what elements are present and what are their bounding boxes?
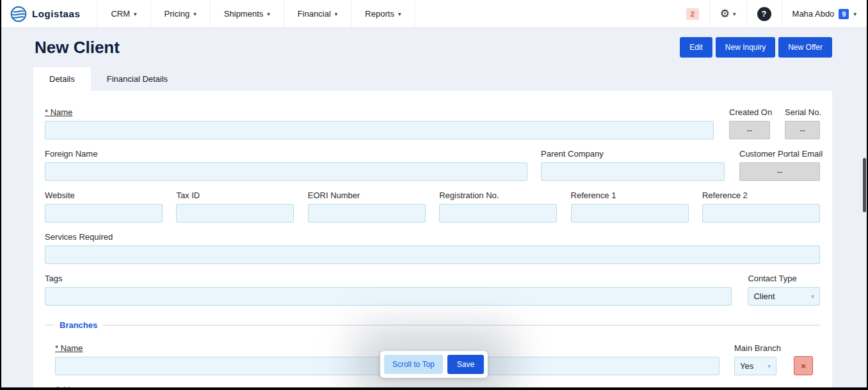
logistaas-logo-icon: [10, 6, 27, 22]
website-input[interactable]: [45, 204, 163, 222]
field-branch-address: Address: [55, 385, 820, 390]
field-registration-no: Registration No.: [439, 191, 557, 222]
chevron-down-icon: ▾: [267, 11, 270, 17]
tax-id-input[interactable]: [176, 204, 294, 222]
contact-type-value: Client: [753, 292, 775, 301]
nav-crm-label: CRM: [111, 9, 130, 19]
scroll-to-top-button[interactable]: Scroll to Top: [384, 355, 443, 374]
brand-name: Logistaas: [32, 8, 80, 19]
contact-type-label: Contact Type: [748, 274, 820, 283]
chevron-down-icon: ▾: [853, 11, 856, 17]
page-container: New Client Edit New Inquiry New Offer De…: [1, 37, 867, 390]
floating-action-bar: Scroll to Top Save: [380, 351, 488, 378]
parent-company-input[interactable]: [541, 162, 725, 181]
field-contact-type: Contact Type Client ▾: [748, 274, 820, 306]
vertical-scrollbar-thumb[interactable]: [863, 158, 866, 212]
website-label: Website: [45, 191, 163, 200]
row-tags: Tags Contact Type Client ▾: [45, 274, 820, 306]
chevron-down-icon: ▾: [811, 293, 814, 300]
branches-section-divider: Branches: [45, 320, 820, 330]
nav-pricing-label: Pricing: [165, 9, 190, 19]
settings-menu[interactable]: ⚙ ▾: [709, 0, 746, 27]
registration-no-label: Registration No.: [439, 191, 557, 200]
details-form-card: * Name Created On -- Serial No. -- Forei…: [33, 91, 832, 390]
new-inquiry-button[interactable]: New Inquiry: [716, 37, 775, 58]
nav-financial[interactable]: Financial ▾: [284, 0, 351, 27]
tags-input[interactable]: [45, 287, 732, 306]
row-services: Services Required: [45, 232, 820, 264]
eori-number-input[interactable]: [308, 204, 426, 222]
chevron-down-icon: ▾: [733, 11, 736, 17]
serial-no-value: --: [785, 121, 820, 139]
nav-shipments[interactable]: Shipments ▾: [210, 0, 284, 27]
tags-label: Tags: [45, 274, 732, 283]
nav-financial-label: Financial: [298, 9, 331, 19]
divider-line: [103, 325, 820, 325]
branches-section-label[interactable]: Branches: [60, 320, 97, 330]
field-parent-company: Parent Company: [541, 149, 725, 181]
chevron-down-icon: ▾: [398, 11, 401, 17]
reference-1-label: Reference 1: [571, 191, 689, 200]
save-button[interactable]: Save: [447, 355, 484, 374]
created-on-label: Created On: [729, 107, 770, 117]
top-navbar: Logistaas CRM ▾ Pricing ▾ Shipments ▾ Fi…: [1, 0, 867, 28]
help-icon: ?: [757, 7, 771, 21]
field-foreign-name: Foreign Name: [45, 149, 527, 181]
nav-reports-label: Reports: [365, 9, 394, 19]
page-title: New Client: [33, 38, 120, 58]
page-header: New Client Edit New Inquiry New Offer: [33, 37, 832, 58]
chevron-down-icon: ▾: [768, 363, 771, 370]
customer-portal-email-label: Customer Portal Email: [739, 149, 820, 159]
divider-line: [45, 325, 54, 325]
main-branch-value: Yes: [740, 361, 753, 371]
branch-address-label: Address: [55, 385, 820, 390]
row-foreign-name: Foreign Name Parent Company Customer Por…: [45, 149, 820, 181]
main-branch-label: Main Branch: [734, 343, 776, 353]
field-tax-id: Tax ID: [176, 191, 294, 222]
services-required-input[interactable]: [45, 246, 820, 264]
eori-number-label: EORI Number: [308, 191, 426, 200]
field-main-branch: Main Branch Yes ▾: [734, 343, 776, 375]
close-icon: ×: [801, 361, 806, 371]
name-label: * Name: [45, 107, 714, 117]
reference-1-input[interactable]: [571, 204, 689, 222]
user-menu[interactable]: Maha Abdo 9 ▾: [782, 0, 867, 27]
parent-company-label: Parent Company: [541, 149, 725, 159]
nav-reports[interactable]: Reports ▾: [351, 0, 415, 27]
tab-financial-details[interactable]: Financial Details: [91, 67, 184, 91]
name-input[interactable]: [45, 121, 714, 139]
field-website: Website: [45, 191, 163, 222]
tab-details[interactable]: Details: [33, 67, 91, 91]
reference-2-label: Reference 2: [702, 191, 820, 200]
help-menu[interactable]: ?: [746, 0, 782, 27]
field-serial-no: Serial No. --: [785, 107, 820, 139]
new-offer-button[interactable]: New Offer: [778, 37, 832, 58]
field-customer-portal-email: Customer Portal Email --: [739, 149, 820, 181]
row-branch-address: Address: [55, 385, 820, 390]
nav-shipments-label: Shipments: [224, 9, 263, 19]
contact-type-select[interactable]: Client ▾: [748, 287, 820, 306]
gear-icon: ⚙: [720, 8, 730, 19]
customer-portal-email-value: --: [739, 162, 820, 181]
created-on-value: --: [729, 121, 770, 139]
brand[interactable]: Logistaas: [1, 0, 97, 27]
chevron-down-icon: ▾: [193, 11, 197, 17]
navbar-right: 2 ⚙ ▾ ? Maha Abdo 9 ▾: [686, 0, 867, 27]
nav-pricing[interactable]: Pricing ▾: [150, 0, 210, 27]
edit-button[interactable]: Edit: [680, 37, 712, 58]
main-branch-select[interactable]: Yes ▾: [734, 357, 776, 375]
field-created-on: Created On --: [729, 107, 770, 139]
registration-no-input[interactable]: [439, 204, 557, 222]
nav-crm[interactable]: CRM ▾: [97, 0, 150, 27]
field-reference-2: Reference 2: [702, 191, 820, 222]
field-tags: Tags: [45, 274, 732, 306]
tax-id-label: Tax ID: [176, 191, 294, 200]
foreign-name-input[interactable]: [45, 162, 527, 181]
reference-2-input[interactable]: [702, 204, 820, 222]
field-name: * Name: [45, 107, 714, 139]
chevron-down-icon: ▾: [335, 11, 338, 17]
row-identifiers: Website Tax ID EORI Number Registration …: [45, 191, 820, 222]
remove-branch-button[interactable]: ×: [794, 356, 813, 375]
notification-count-badge[interactable]: 2: [686, 8, 699, 20]
services-required-label: Services Required: [45, 232, 820, 242]
